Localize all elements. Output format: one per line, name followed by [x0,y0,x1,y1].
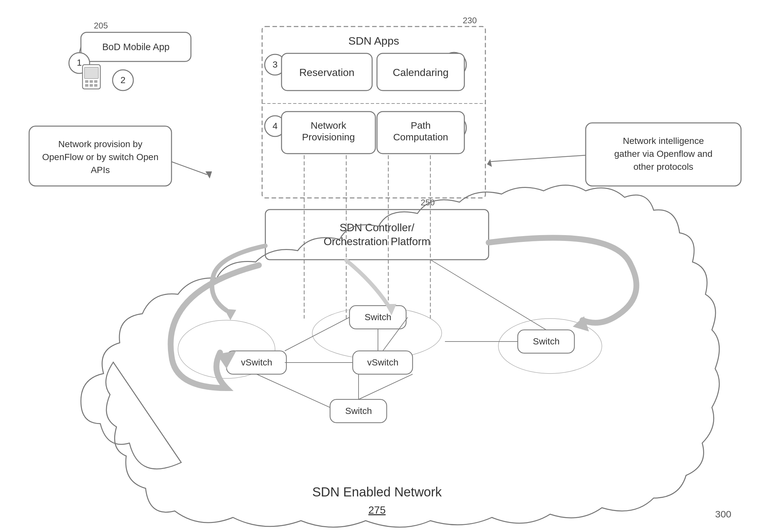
svg-rect-8 [85,84,88,87]
circle-2-label: 2 [120,75,125,85]
left-callout-line1: Network provision by [58,139,142,149]
path-computation-label2: Computation [393,132,448,142]
right-callout-line1: Network intelligence [623,136,704,146]
sdn-controller-label2: Orchestration Platform [323,235,430,247]
svg-rect-6 [90,80,93,83]
ref-250: 250 [421,198,435,207]
diagram-container: 205 BoD Mobile App 1 2 230 SDN Apps 3 Re… [0,0,764,532]
calendaring-label: Calendaring [393,66,449,78]
svg-rect-4 [85,67,98,78]
svg-rect-10 [94,84,97,87]
circle-4-label: 4 [273,121,278,131]
network-provisioning-label2: Provisioning [302,132,355,142]
left-callout-line3: APIs [91,165,110,175]
right-callout-line2: gather via Openflow and [614,149,712,159]
svg-rect-9 [90,84,93,87]
switch2-label: Switch [533,336,559,346]
left-callout-line2: OpenFlow or by switch Open [42,152,159,162]
sdn-apps-title: SDN Apps [348,35,399,47]
ref-205: 205 [94,21,108,30]
vswitch1-label: vSwitch [241,357,272,367]
ref-230: 230 [463,16,477,25]
switch3-label: Switch [345,406,372,416]
vswitch2-label: vSwitch [367,357,398,367]
switch1-label: Switch [365,312,391,322]
circle-1-label: 1 [77,58,82,67]
svg-rect-7 [94,80,97,83]
bod-mobile-app-label: BoD Mobile App [102,42,170,52]
circle-3-label: 3 [273,60,278,69]
ref-275: 275 [368,504,385,516]
network-provisioning-label: Network [311,120,347,131]
svg-rect-22 [265,209,488,260]
svg-rect-5 [85,80,88,83]
right-callout-line3: other protocols [633,162,693,172]
path-computation-label: Path [411,120,431,131]
sdn-network-label: SDN Enabled Network [312,485,442,499]
reservation-label: Reservation [299,66,355,78]
ref-300: 300 [715,509,731,519]
